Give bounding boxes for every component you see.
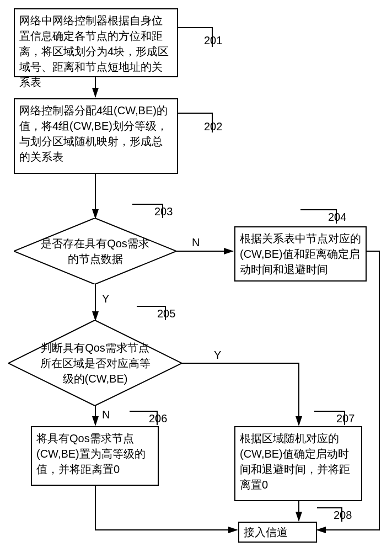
step-203-num: 203 (154, 205, 173, 218)
label-205-yes: Y (214, 349, 221, 362)
step-205-text: 判断具有Qos需求节点所在区域是否对应高等级的(CW,BE) (36, 340, 154, 386)
step-207-num: 207 (336, 412, 355, 425)
step-202-box: 网络控制器分配4组(CW,BE)的值，将4组(CW,BE)划分等级，与划分区域随… (14, 98, 178, 174)
step-201-box: 网络中网络控制器根据自身位置信息确定各节点的方位和距离，将区域划分为4块，形成区… (14, 8, 178, 77)
step-201-text: 网络中网络控制器根据自身位置信息确定各节点的方位和距离，将区域划分为4块，形成区… (19, 13, 173, 90)
step-208-num: 208 (334, 509, 352, 522)
step-206-num: 206 (149, 412, 167, 425)
step-204-text: 根据关系表中节点对应的(CW,BE)值和距离确定启动时间和退避时间 (240, 231, 361, 277)
step-208-text: 接入信道 (244, 524, 288, 540)
step-202-text: 网络控制器分配4组(CW,BE)的值，将4组(CW,BE)划分等级，与划分区域随… (19, 103, 173, 164)
step-205-num: 205 (157, 307, 175, 320)
step-206-box: 将具有Qos需求节点(CW,BE)置为高等级的值，并将距离置0 (31, 426, 159, 486)
label-203-no: N (192, 236, 200, 249)
step-207-text: 根据区域随机对应的(CW,BE)值确定启动时间和退避时间，并将距离置0 (240, 431, 357, 492)
label-203-yes: Y (102, 293, 109, 305)
step-201-num: 201 (204, 34, 222, 47)
label-205-no: N (102, 408, 110, 421)
step-202-num: 202 (204, 120, 222, 133)
step-208-box: 接入信道 (238, 522, 317, 543)
step-207-box: 根据区域随机对应的(CW,BE)值确定启动时间和退避时间，并将距离置0 (234, 426, 362, 501)
step-205-diamond: 判断具有Qos需求节点所在区域是否对应高等级的(CW,BE) (8, 320, 182, 406)
step-203-diamond: 是否存在具有Qos需求的节点数据 (14, 218, 176, 284)
step-204-num: 204 (328, 211, 346, 224)
step-204-box: 根据关系表中节点对应的(CW,BE)值和距离确定启动时间和退避时间 (234, 226, 367, 282)
step-206-text: 将具有Qos需求节点(CW,BE)置为高等级的值，并将距离置0 (36, 431, 153, 477)
step-203-text: 是否存在具有Qos需求的节点数据 (40, 236, 151, 267)
